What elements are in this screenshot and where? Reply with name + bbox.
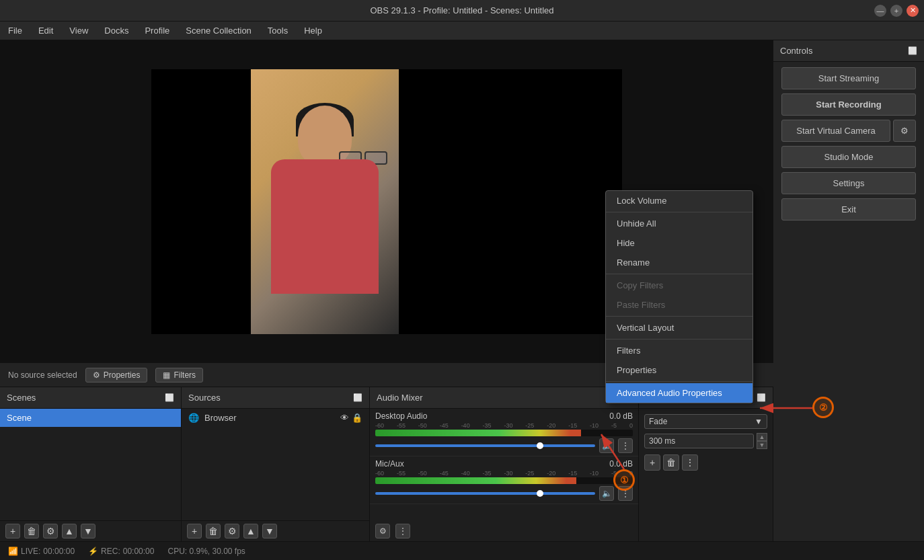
scenes-panel: Scenes ⬜ Scene + 🗑 ⚙ ▲ ▼: [0, 387, 182, 541]
transition-options-button[interactable]: ⋮: [682, 454, 698, 471]
transition-select[interactable]: Fade ▼: [644, 414, 767, 429]
app-title: OBS 29.1.3 - Profile: Untitled - Scenes:…: [370, 5, 553, 15]
ctx-advanced-audio-properties[interactable]: Advanced Audio Properties: [606, 383, 753, 403]
exit-button[interactable]: Exit: [781, 198, 916, 221]
scenes-expand-btn[interactable]: ⬜: [165, 393, 174, 402]
menu-help[interactable]: Help: [301, 24, 325, 37]
ctx-lock-volume[interactable]: Lock Volume: [606, 191, 753, 210]
mic-volume-slider[interactable]: [375, 492, 595, 495]
menu-docks[interactable]: Docks: [102, 24, 131, 37]
sources-bottom-btns: + 🗑 ⚙ ▲ ▼: [182, 520, 369, 541]
ctx-filters[interactable]: Filters: [606, 341, 753, 360]
audio-dots-button[interactable]: ⋮: [395, 524, 410, 538]
properties-button[interactable]: ⚙ Properties: [85, 368, 148, 383]
maximize-button[interactable]: +: [890, 5, 902, 17]
source-item-browser[interactable]: 🌐 Browser 👁 🔒: [182, 409, 369, 427]
scenes-bottom-btns: + 🗑 ⚙ ▲ ▼: [0, 520, 181, 541]
desktop-audio-label: Desktop Audio: [375, 411, 427, 421]
mic-aux-db: 0.0 dB: [609, 459, 633, 469]
start-virtual-camera-button[interactable]: Start Virtual Camera: [781, 120, 890, 142]
source-down-button[interactable]: ▼: [262, 524, 277, 538]
menu-scene-collection[interactable]: Scene Collection: [183, 24, 254, 37]
filters-button[interactable]: ▦ Filters: [155, 368, 203, 383]
duration-up-button[interactable]: ▲: [757, 433, 767, 441]
remove-scene-button[interactable]: 🗑: [24, 524, 39, 538]
menu-tools[interactable]: Tools: [265, 24, 291, 37]
ctx-divider-5: [606, 381, 753, 382]
duration-input[interactable]: [644, 434, 754, 448]
mic-mute-button[interactable]: 🔈: [599, 486, 614, 501]
scene-up-button[interactable]: ▲: [62, 524, 77, 538]
duration-down-button[interactable]: ▼: [757, 441, 767, 449]
controls-content: Start Streaming Start Recording Start Vi…: [773, 62, 924, 226]
transitions-expand-btn[interactable]: ⬜: [757, 393, 766, 402]
controls-panel-header: Controls ⬜: [773, 40, 924, 62]
desktop-volume-knob: [537, 442, 543, 449]
menu-profile[interactable]: Profile: [142, 24, 172, 37]
bottom-row: Scenes ⬜ Scene + 🗑 ⚙ ▲ ▼ Sources: [0, 387, 773, 541]
minimize-button[interactable]: —: [874, 5, 886, 17]
menu-edit[interactable]: Edit: [36, 24, 56, 37]
settings-button[interactable]: Settings: [781, 172, 916, 194]
ctx-unhide-all[interactable]: Unhide All: [606, 214, 753, 233]
ctx-copy-filters: Copy Filters: [606, 276, 753, 295]
add-source-button[interactable]: +: [187, 524, 202, 538]
globe-icon: 🌐: [188, 413, 199, 423]
audio-gear-button[interactable]: ⚙: [375, 524, 390, 538]
scene-down-button[interactable]: ▼: [81, 524, 95, 538]
mic-audio-options-button[interactable]: ⋮: [618, 486, 633, 501]
audio-panel-footer: ⚙ ⋮: [370, 521, 638, 541]
source-settings-button[interactable]: ⚙: [225, 524, 239, 538]
desktop-audio-options-button[interactable]: ⋮: [618, 438, 633, 453]
ctx-divider-4: [606, 339, 753, 339]
mic-audio-meter: [375, 477, 633, 484]
add-transition-button[interactable]: +: [644, 454, 660, 471]
transition-buttons: + 🗑 ⋮: [644, 454, 767, 471]
sources-panel: Sources ⬜ 🌐 Browser 👁 🔒 + 🗑: [182, 387, 370, 541]
status-bar: 📶 LIVE: 00:00:00 ⚡ REC: 00:00:00 CPU: 0.…: [0, 541, 924, 560]
ctx-properties[interactable]: Properties: [606, 360, 753, 380]
live-time: 00:00:00: [43, 547, 75, 556]
controls-expand-btn[interactable]: ⬜: [908, 46, 917, 55]
scenes-list: Scene: [0, 409, 181, 520]
transitions-content: Fade ▼ ▲ ▼ + 🗑 ⋮: [639, 409, 773, 476]
live-indicator-icon: 📶: [8, 547, 18, 556]
sources-panel-header: Sources ⬜: [182, 387, 369, 409]
sources-expand-btn[interactable]: ⬜: [353, 393, 362, 402]
source-up-button[interactable]: ▲: [243, 524, 258, 538]
mic-meter-scale: -60-55-50-45-40 -35-30-25-20-15 -10-50: [375, 470, 633, 477]
remove-transition-button[interactable]: 🗑: [663, 454, 679, 471]
ctx-paste-filters: Paste Filters: [606, 295, 753, 315]
start-streaming-button[interactable]: Start Streaming: [781, 67, 916, 89]
scene-transitions-panel: Scene Transitions ⬜ Fade ▼ ▲ ▼: [639, 387, 773, 541]
eye-icon[interactable]: 👁: [340, 413, 349, 423]
source-label: Browser: [204, 413, 237, 423]
start-recording-button[interactable]: Start Recording: [781, 93, 916, 116]
menu-view[interactable]: View: [67, 24, 91, 37]
close-button[interactable]: ✕: [907, 5, 919, 17]
menu-file[interactable]: File: [5, 24, 25, 37]
virtual-camera-gear-button[interactable]: ⚙: [893, 120, 916, 142]
filters-icon: ▦: [163, 370, 170, 380]
scene-item[interactable]: Scene: [0, 409, 181, 427]
studio-mode-button[interactable]: Studio Mode: [781, 146, 916, 168]
ctx-vertical-layout[interactable]: Vertical Layout: [606, 318, 753, 337]
scenes-panel-header: Scenes ⬜: [0, 387, 181, 409]
remove-source-button[interactable]: 🗑: [206, 524, 221, 538]
duration-arrows: ▲ ▼: [757, 433, 767, 449]
desktop-mute-button[interactable]: 🔈: [599, 438, 614, 453]
lock-icon[interactable]: 🔒: [352, 413, 362, 423]
rec-status: ⚡ REC: 00:00:00: [88, 547, 154, 556]
desktop-audio-level: [375, 430, 581, 436]
desktop-volume-slider[interactable]: [375, 444, 595, 447]
duration-row: ▲ ▼: [644, 433, 767, 449]
ctx-rename[interactable]: Rename: [606, 253, 753, 272]
audio-mixer-panel: Audio Mixer ⬜ Desktop Audio 0.0 dB -60-5…: [370, 387, 639, 541]
ctx-hide[interactable]: Hide: [606, 233, 753, 253]
audio-channels: Desktop Audio 0.0 dB -60-55-50-45-40 -35…: [370, 409, 638, 521]
preview-window: [151, 69, 622, 334]
window-controls: — + ✕: [874, 5, 919, 17]
add-scene-button[interactable]: +: [5, 524, 20, 538]
gear-icon: ⚙: [93, 370, 100, 380]
scene-settings-button[interactable]: ⚙: [43, 524, 58, 538]
